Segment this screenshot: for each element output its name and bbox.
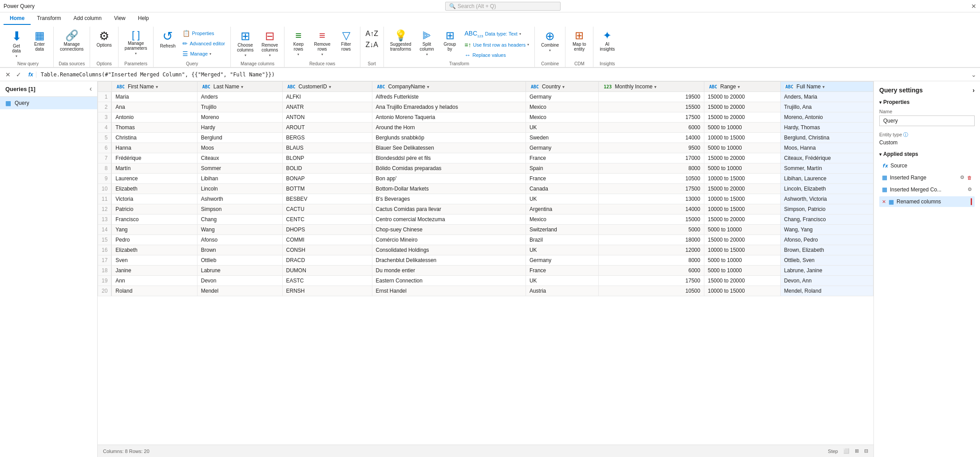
expand-formula-button[interactable]: ⌄: [971, 71, 976, 78]
use-first-row-button[interactable]: ≡↑ Use first row as headers ▾: [462, 40, 532, 50]
remove-columns-icon: ⊟: [265, 30, 275, 42]
cell-last-name: Chang: [197, 215, 282, 225]
confirm-formula-button[interactable]: ✓: [14, 71, 23, 78]
tab-home[interactable]: Home: [4, 12, 31, 25]
step-settings-inserted_merged[interactable]: ⚙: [968, 187, 972, 192]
col-filter-company-name[interactable]: ▾: [427, 84, 429, 89]
suggested-transforms-button[interactable]: 💡 Suggestedtransforms: [387, 28, 415, 53]
col-header-country[interactable]: ABC Country ▾: [526, 82, 598, 92]
table-row[interactable]: 17 Sven Ottlieb DRACD Drachenblut Delika…: [98, 255, 873, 266]
step-settings-inserted_range[interactable]: ⚙: [960, 175, 964, 180]
col-header-monthly-income[interactable]: 123 Monthly Income ▾: [599, 82, 704, 92]
table-row[interactable]: 11 Victoria Ashworth BESBEV B's Beverage…: [98, 194, 873, 204]
data-type-button[interactable]: ABC123 Data type: Text ▾: [462, 28, 532, 40]
manage-parameters-button[interactable]: [ ] Manageparameters ▾: [121, 28, 151, 57]
refresh-button[interactable]: ↺ Refresh: [156, 28, 179, 50]
get-data-button[interactable]: ⬇ Getdata ▾: [5, 28, 28, 60]
table-row[interactable]: 6 Hanna Moos BLAUS Blauer See Delikatess…: [98, 143, 873, 153]
col-header-full-name[interactable]: ABC Full Name ▾: [780, 82, 873, 92]
step-item-inserted_range[interactable]: ▦ Inserted Range ⚙🗑: [879, 172, 975, 183]
keep-rows-button[interactable]: ≡ Keeprows ▾: [287, 28, 309, 58]
tab-transform[interactable]: Transform: [31, 12, 67, 25]
table-row[interactable]: 19 Ann Devon EASTC Eastern Connection UK…: [98, 276, 873, 286]
data-type-icon: ABC123: [465, 30, 483, 38]
properties-section-header[interactable]: Properties: [879, 99, 975, 105]
step-delete-inserted_range[interactable]: 🗑: [967, 175, 972, 180]
col-header-first-name[interactable]: ABC First Name ▾: [111, 82, 197, 92]
table-row[interactable]: 10 Elizabeth Lincoln BOTTM Bottom-Dollar…: [98, 184, 873, 194]
cell-company-name: Centro comercial Moctezuma: [372, 215, 526, 225]
filter-rows-button[interactable]: ▽ Filterrows: [335, 28, 357, 53]
col-header-company-name[interactable]: ABC CompanyName ▾: [372, 82, 526, 92]
group-by-button[interactable]: ⊞ Groupby: [439, 28, 461, 53]
manage-connections-button[interactable]: 🔗 Manageconnections: [56, 28, 87, 53]
step-item-source[interactable]: fx Source: [879, 161, 975, 171]
col-filter-monthly-income[interactable]: ▾: [654, 84, 656, 89]
col-filter-first-name[interactable]: ▾: [156, 84, 158, 89]
sort-desc-button[interactable]: Z↓A: [363, 40, 381, 50]
cancel-formula-button[interactable]: ✕: [4, 71, 12, 78]
remove-rows-button[interactable]: ≡ Removerows ▾: [310, 28, 334, 58]
tab-help[interactable]: Help: [132, 12, 155, 25]
col-filter-range[interactable]: ▾: [738, 84, 740, 89]
col-header-customer-id[interactable]: ABC CustomerID ▾: [282, 82, 372, 92]
cell-last-name: Ottlieb: [197, 255, 282, 266]
remove-columns-button[interactable]: ⊟ Removecolumns ▾: [258, 28, 281, 59]
col-header-range[interactable]: ABC Range ▾: [704, 82, 780, 92]
name-field-value[interactable]: Query: [879, 115, 975, 126]
collapse-queries-button[interactable]: ‹: [90, 85, 92, 93]
cell-country: UK: [526, 194, 598, 204]
tab-view[interactable]: View: [108, 12, 132, 25]
applied-steps-section-header[interactable]: Applied steps: [879, 151, 975, 157]
query-item-label: Query: [15, 100, 29, 106]
table-row[interactable]: 15 Pedro Afonso COMMI Comércio Mineiro B…: [98, 235, 873, 245]
cell-range: 15000 to 20000: [704, 184, 780, 194]
choose-columns-button[interactable]: ⊞ Choosecolumns ▾: [233, 28, 257, 59]
step-item-renamed_columns[interactable]: ✕ ▦ Renamed columns: [879, 196, 975, 207]
column-view-icon[interactable]: ⊟: [864, 448, 868, 454]
advanced-editor-button[interactable]: ✏ Advanced editor: [180, 39, 228, 48]
table-row[interactable]: 12 Patricio Simpson CACTU Cactus Comidas…: [98, 204, 873, 215]
table-row[interactable]: 3 Antonio Moreno ANTON Antonio Moreno Ta…: [98, 112, 873, 123]
expand-settings-button[interactable]: ›: [972, 87, 975, 94]
col-filter-last-name[interactable]: ▾: [241, 84, 243, 89]
table-row[interactable]: 16 Elizabeth Brown CONSH Consolidated Ho…: [98, 245, 873, 255]
step-icon[interactable]: ⬜: [843, 448, 850, 454]
ai-insights-button[interactable]: ✦ AIinsights: [596, 28, 618, 53]
table-container[interactable]: ABC First Name ▾ ABC Last Name ▾: [98, 81, 873, 445]
manage-button[interactable]: ☰ Manage ▾: [180, 49, 228, 59]
formula-input[interactable]: Table.RenameColumns(#"Inserted Merged Co…: [39, 71, 968, 79]
query-item[interactable]: ▦ Query: [0, 97, 97, 109]
split-column-button[interactable]: ⫸ Splitcolumn ▾: [416, 28, 438, 58]
table-view-icon[interactable]: ⊞: [855, 448, 859, 454]
table-row[interactable]: 18 Janine Labrune DUMON Du monde entier …: [98, 266, 873, 276]
step-item-inserted_merged[interactable]: ▦ Inserted Merged Co... ⚙: [879, 184, 975, 195]
sort-asc-button[interactable]: A↑Z: [363, 28, 381, 39]
close-button[interactable]: ✕: [971, 3, 976, 10]
replace-values-button[interactable]: ↔ Replace values: [462, 50, 532, 60]
table-row[interactable]: 14 Yang Wang DHOPS Chop-suey Chinese Swi…: [98, 225, 873, 235]
table-row[interactable]: 1 Maria Anders ALFKI Alfreds Futterkiste…: [98, 92, 873, 102]
properties-button[interactable]: 📋 Properties: [180, 28, 228, 38]
table-row[interactable]: 5 Christina Berglund BERGS Berglunds sna…: [98, 133, 873, 143]
cell-first-name: Frédérique: [111, 153, 197, 163]
table-row[interactable]: 7 Frédérique Citeaux BLONP Blondesddsl p…: [98, 153, 873, 163]
table-row[interactable]: 8 Martín Sommer BOLID Bólido Comidas pre…: [98, 163, 873, 174]
options-button[interactable]: ⚙ Options: [93, 28, 115, 49]
table-row[interactable]: 13 Francisco Chang CENTC Centro comercia…: [98, 215, 873, 225]
combine-button[interactable]: ⊕ Combine ▾: [537, 28, 562, 54]
map-to-entity-button[interactable]: ⊞ Map toentity: [568, 28, 590, 53]
col-header-last-name[interactable]: ABC Last Name ▾: [197, 82, 282, 92]
table-row[interactable]: 20 Roland Mendel ERNSH Ernst Handel Aust…: [98, 286, 873, 296]
search-box[interactable]: 🔍 Search (Alt + Q): [445, 2, 561, 11]
status-right: Step ⬜ ⊞ ⊟: [828, 448, 868, 454]
col-filter-country[interactable]: ▾: [562, 84, 565, 89]
table-row[interactable]: 9 Laurence Libihan BONAP Bon app' France…: [98, 174, 873, 184]
group-by-icon: ⊞: [446, 30, 454, 41]
enter-data-button[interactable]: ▦ Enterdata: [28, 28, 51, 53]
col-filter-full-name[interactable]: ▾: [822, 84, 825, 89]
tab-add-column[interactable]: Add column: [67, 12, 108, 25]
col-filter-customer-id[interactable]: ▾: [329, 84, 331, 89]
table-row[interactable]: 4 Thomas Hardy AROUT Around the Horn UK …: [98, 123, 873, 133]
table-row[interactable]: 2 Ana Trujillo ANATR Ana Trujillo Emared…: [98, 102, 873, 112]
